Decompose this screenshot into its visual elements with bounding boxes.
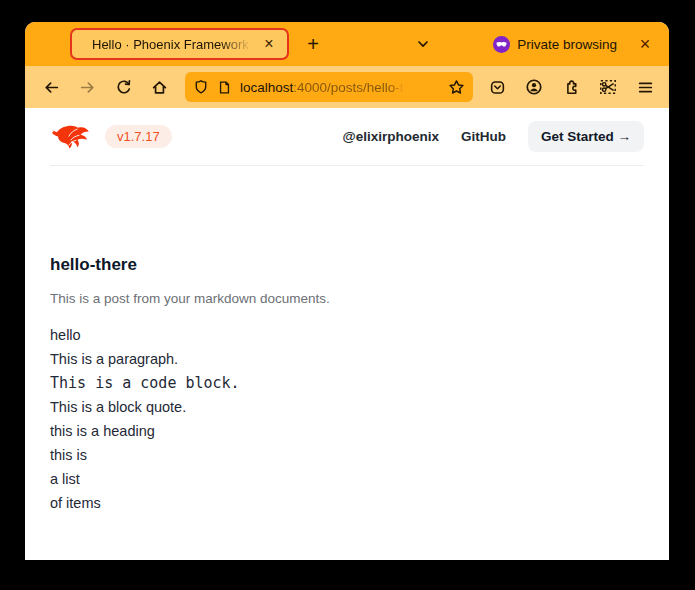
url-text[interactable]: localhost:4000/posts/hello-t (240, 80, 440, 95)
get-started-button[interactable]: Get Started → (528, 121, 644, 152)
post-body: hello-there This is a post from your mar… (25, 166, 669, 515)
private-browsing-badge: Private browsing (493, 36, 617, 53)
markdown-line-list-item: of items (50, 491, 644, 515)
tab-hello-phoenix[interactable]: Hello · Phoenix Framework × (70, 28, 289, 60)
forward-arrow-icon (79, 79, 96, 96)
extensions-button[interactable] (557, 73, 585, 101)
pocket-button[interactable] (483, 73, 511, 101)
markdown-line-heading: this is a heading (50, 419, 644, 443)
markdown-line-paragraph: hello (50, 323, 644, 347)
url-path: :4000/posts/hello-t (293, 80, 403, 95)
account-icon (525, 78, 543, 96)
menu-button[interactable] (631, 73, 659, 101)
browser-window: Hello · Phoenix Framework × + Private br… (25, 22, 669, 560)
reload-icon (115, 79, 132, 96)
screenshot-scissors-icon (599, 78, 617, 96)
header-links: @elixirphoenix GitHub Get Started → (343, 121, 644, 152)
url-bar[interactable]: localhost:4000/posts/hello-t (185, 72, 473, 102)
page-content: v1.7.17 @elixirphoenix GitHub Get Starte… (25, 108, 669, 560)
markdown-line-paragraph: This is a paragraph. (50, 347, 644, 371)
tab-close-icon[interactable]: × (257, 32, 281, 56)
markdown-line-code-block: This is a code block. (50, 371, 644, 395)
markdown-line-list-item: a list (50, 467, 644, 491)
markdown-content: hello This is a paragraph. This is a cod… (50, 323, 644, 515)
phoenix-logo (50, 121, 90, 152)
shield-icon (193, 79, 209, 95)
post-subtitle: This is a post from your markdown docume… (50, 287, 644, 311)
account-button[interactable] (520, 73, 548, 101)
tab-bar: Hello · Phoenix Framework × + Private br… (25, 22, 669, 66)
chevron-down-icon (415, 36, 431, 52)
site-header: v1.7.17 @elixirphoenix GitHub Get Starte… (25, 108, 669, 165)
tab-title: Hello · Phoenix Framework (92, 37, 257, 52)
home-button[interactable] (145, 73, 173, 101)
list-tabs-button[interactable] (409, 36, 437, 52)
private-browsing-label: Private browsing (517, 37, 617, 52)
link-elixirphoenix[interactable]: @elixirphoenix (343, 129, 439, 144)
reload-button[interactable] (109, 73, 137, 101)
url-host: localhost (240, 80, 293, 95)
markdown-line-list-item: this is (50, 443, 644, 467)
extensions-puzzle-icon (563, 79, 580, 96)
post-title: hello-there (50, 253, 644, 277)
navigation-toolbar: localhost:4000/posts/hello-t (25, 66, 669, 108)
page-info-icon (217, 80, 232, 95)
bookmark-star-icon[interactable] (448, 79, 465, 96)
home-icon (151, 79, 168, 96)
pocket-icon (489, 79, 506, 96)
markdown-line-blockquote: This is a block quote. (50, 395, 644, 419)
private-browsing-mask-icon (493, 36, 510, 53)
link-github[interactable]: GitHub (461, 129, 506, 144)
toolbar-right-icons (483, 73, 659, 101)
back-button[interactable] (37, 73, 65, 101)
back-arrow-icon (43, 79, 60, 96)
new-tab-button[interactable]: + (299, 30, 327, 58)
version-badge: v1.7.17 (105, 125, 172, 148)
screenshot-button[interactable] (594, 73, 622, 101)
forward-button[interactable] (73, 73, 101, 101)
hamburger-menu-icon (637, 79, 654, 96)
window-close-button[interactable]: × (633, 32, 657, 56)
